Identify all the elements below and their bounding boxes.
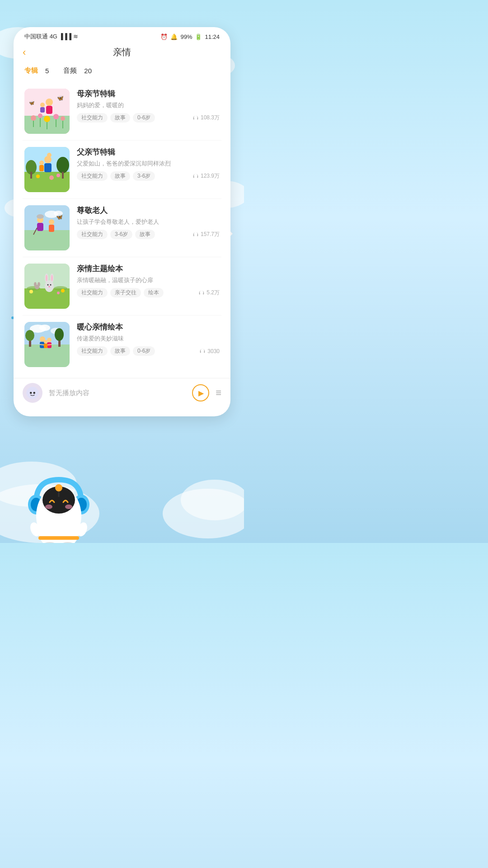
album-desc-1: 妈妈的爱，暖暖的: [77, 101, 220, 109]
album-count: 5: [45, 67, 49, 75]
album-info-5: 暖心亲情绘本 传递爱的美妙滋味 社交能力 故事 0-6岁 3030: [77, 322, 220, 356]
svg-rect-30: [44, 163, 52, 172]
album-list: 🦋 🦋 母亲节特辑 妈妈的爱，暖暖的 社交能力 故事 0-6岁 108.3万: [14, 82, 230, 373]
tag-family-4: 亲子交往: [110, 288, 141, 297]
play-count-4: 5.2万: [198, 289, 220, 297]
play-count-3: 157.7万: [192, 231, 220, 238]
tags-row-4: 社交能力 亲子交往 绘本 5.2万: [77, 288, 220, 297]
svg-rect-38: [24, 230, 70, 250]
tags-row-1: 社交能力 故事 0-6岁 108.3万: [77, 113, 220, 123]
svg-point-55: [51, 275, 53, 281]
play-count-value-5: 3030: [207, 348, 220, 354]
play-count-1: 108.3万: [192, 114, 220, 122]
status-bar: 中国联通 4G ▐▐▐ ≋ ⏰ 🔔 99% 🔋 11:24: [14, 27, 230, 44]
play-button[interactable]: ▶: [192, 384, 209, 401]
svg-rect-80: [44, 344, 47, 348]
svg-point-31: [39, 160, 44, 165]
tags-row-3: 社交能力 3-6岁 故事 157.7万: [77, 230, 220, 239]
album-thumb-2: [24, 147, 70, 192]
album-item-1[interactable]: 🦋 🦋 母亲节特辑 妈妈的爱，暖暖的 社交能力 故事 0-6岁 108.3万: [23, 82, 221, 141]
tags-left-4: 社交能力 亲子交往 绘本: [77, 288, 164, 297]
svg-point-28: [56, 174, 60, 177]
player-controls[interactable]: ▶ ≡: [192, 384, 221, 401]
svg-point-7: [61, 116, 65, 121]
svg-point-3: [31, 115, 36, 121]
album-title-3: 尊敬老人: [77, 205, 220, 216]
album-info-1: 母亲节特辑 妈妈的爱，暖暖的 社交能力 故事 0-6岁 108.3万: [77, 89, 220, 123]
album-desc-2: 父爱如山，爸爸的爱深沉却同样浓烈: [77, 160, 220, 168]
battery-level: 99%: [180, 33, 192, 40]
svg-point-58: [48, 286, 50, 288]
svg-point-95: [65, 505, 72, 509]
header: ‹ 亲情: [14, 44, 230, 64]
tag-book-4: 绘本: [144, 288, 164, 297]
tags-left-1: 社交能力 故事 0-6岁: [77, 113, 155, 123]
svg-point-83: [27, 387, 39, 399]
tag-age-1: 0-6岁: [133, 113, 155, 123]
tag-social-2: 社交能力: [77, 171, 108, 181]
svg-point-56: [47, 284, 49, 286]
svg-point-61: [38, 282, 40, 287]
tags-row-2: 社交能力 故事 3-6岁 123.9万: [77, 171, 220, 181]
svg-point-68: [39, 325, 50, 331]
album-item-3[interactable]: 🦋 尊敬老人 让孩子学会尊敬老人，爱护老人 社交能力 3-6岁 故事 157.7…: [23, 199, 221, 257]
album-info-4: 亲情主题绘本 亲情暖融融，温暖孩子的心扉 社交能力 亲子交往 绘本 5.2万: [77, 264, 220, 297]
svg-text:🦋: 🦋: [57, 94, 64, 101]
alarm-icon: ⏰: [160, 33, 168, 40]
album-info-3: 尊敬老人 让孩子学会尊敬老人，爱护老人 社交能力 3-6岁 故事 157.7万: [77, 205, 220, 239]
album-item-5[interactable]: 暖心亲情绘本 传递爱的美妙滋味 社交能力 故事 0-6岁 3030: [23, 316, 221, 373]
svg-point-5: [44, 116, 50, 122]
tags-left-2: 社交能力 故事 3-6岁: [77, 171, 155, 181]
tags-left-5: 社交能力 故事 0-6岁: [77, 346, 155, 356]
svg-point-57: [50, 284, 52, 286]
audio-count: 20: [84, 67, 92, 75]
svg-point-29: [44, 156, 52, 163]
svg-rect-44: [49, 225, 54, 232]
back-button[interactable]: ‹: [23, 47, 26, 58]
svg-text:🦋: 🦋: [56, 213, 63, 220]
signal-bars: ▐▐▐: [59, 33, 72, 40]
svg-point-85: [33, 392, 36, 394]
audio-label: 音频: [63, 66, 77, 75]
headphone-icon-3: [192, 231, 199, 238]
album-thumb-3: 🦋: [24, 205, 70, 250]
svg-point-4: [38, 113, 42, 118]
play-count-value-2: 123.9万: [201, 172, 220, 180]
album-item-2[interactable]: 父亲节特辑 父爱如山，爸爸的爱深沉却同样浓烈 社交能力 故事 3-6岁 123.…: [23, 141, 221, 199]
headphone-icon-1: [192, 115, 199, 121]
page-title: 亲情: [113, 46, 131, 58]
player-placeholder: 暂无播放内容: [49, 389, 192, 397]
svg-rect-97: [38, 536, 79, 540]
album-illustration-1: 🦋 🦋: [24, 89, 70, 134]
bottom-area: [0, 416, 244, 543]
album-thumb-5: [24, 322, 70, 367]
svg-point-94: [45, 505, 52, 509]
svg-rect-41: [37, 223, 43, 231]
album-illustration-5: [24, 322, 70, 367]
tag-age-3: 3-6岁: [110, 230, 132, 239]
svg-point-79: [44, 340, 47, 344]
clock: 11:24: [205, 33, 220, 40]
album-item-4[interactable]: 亲情主题绘本 亲情暖融融，温暖孩子的心扉 社交能力 亲子交往 绘本 5.2万: [23, 257, 221, 316]
svg-point-33: [47, 153, 52, 157]
carrier-name: 中国联通: [24, 33, 48, 40]
svg-line-81: [40, 344, 44, 345]
tag-age-5: 0-6岁: [133, 346, 155, 356]
tags-row-5: 社交能力 故事 0-6岁 3030: [77, 346, 220, 356]
svg-point-60: [34, 282, 37, 287]
album-title-1: 母亲节特辑: [77, 89, 220, 99]
player-thumb: [23, 383, 42, 403]
wifi-icon: ≋: [73, 33, 78, 40]
battery-icon: 🔋: [195, 33, 202, 40]
svg-point-77: [47, 338, 52, 342]
play-count-2: 123.9万: [192, 172, 220, 180]
tag-age-2: 3-6岁: [133, 171, 155, 181]
playlist-button[interactable]: ≡: [216, 387, 221, 399]
svg-point-26: [36, 175, 40, 178]
album-title-5: 暖心亲情绘本: [77, 322, 220, 332]
svg-rect-16: [40, 107, 45, 113]
carrier-info: 中国联通 4G ▐▐▐ ≋: [24, 33, 78, 41]
player-avatar: [26, 386, 39, 400]
svg-point-74: [55, 328, 64, 341]
tag-social-5: 社交能力: [77, 346, 108, 356]
